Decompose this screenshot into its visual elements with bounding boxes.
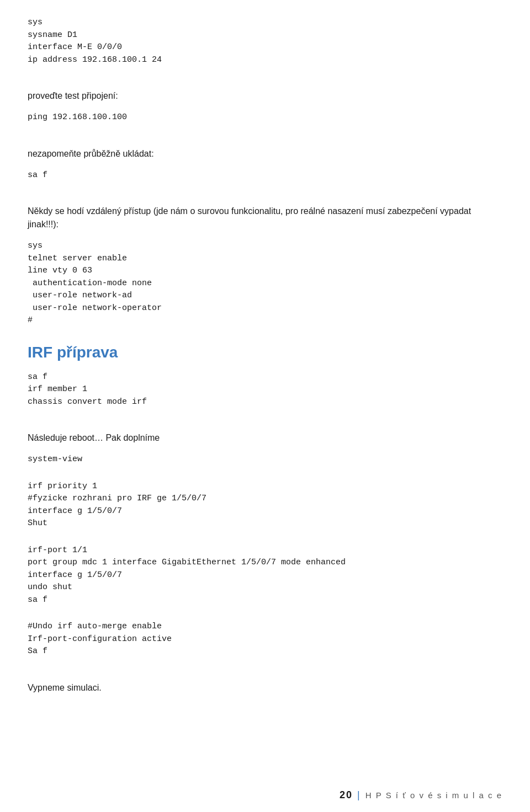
code-block-irf-priority: irf priority 1 #fyzicke rozhrani pro IRF… [28, 480, 502, 530]
heading-irf: IRF příprava [28, 344, 502, 361]
code-block-undo-irf: #Undo irf auto-merge enable Irf-port-con… [28, 621, 502, 658]
code-block-irf-port: irf-port 1/1 port group mdc 1 interface … [28, 544, 502, 607]
prose-reboot: Následuje reboot… Pak doplníme [28, 431, 502, 445]
footer-title: H P S í ť o v é s i m u l a c e [365, 790, 502, 800]
prose-test-pripojeni: proveďte test připojení: [28, 89, 502, 103]
code-block-telnet: sys telnet server enable line vty 0 63 a… [28, 240, 502, 327]
prose-nezapomente: nezapomeňte průběžně ukládat: [28, 147, 502, 161]
code-block-ping: ping 192.168.100.100 [28, 111, 502, 124]
code-block-system-view: system-view [28, 453, 502, 466]
prose-nekdy: Někdy se hodí vzdálený přístup (jde nám … [28, 205, 502, 231]
code-block-saf-1: sa f [28, 169, 502, 182]
code-block-1: sys sysname D1 interface M-E 0/0/0 ip ad… [28, 17, 502, 66]
footer-page-number: 20 [340, 789, 353, 801]
footer-separator: | [357, 789, 361, 801]
page-footer: 20 | H P S í ť o v é s i m u l a c e [340, 789, 502, 801]
prose-vypneme: Vypneme simulaci. [28, 681, 502, 695]
page-content: sys sysname D1 interface M-E 0/0/0 ip ad… [0, 0, 530, 747]
code-block-irf-member: sa f irf member 1 chassis convert mode i… [28, 371, 502, 409]
